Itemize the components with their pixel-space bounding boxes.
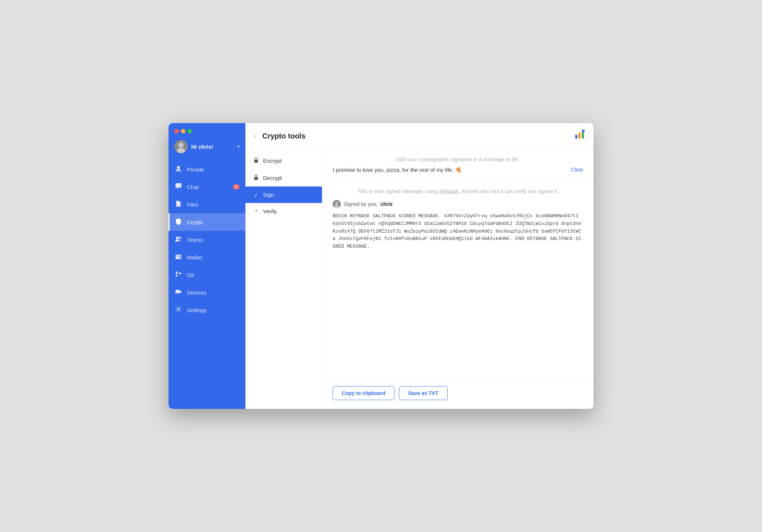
menu-item-verify[interactable]: ? Verify (245, 203, 322, 219)
input-hint: Add your cryptographic signature to a me… (333, 156, 583, 162)
sidebar-label-people: People (187, 166, 204, 173)
avatar (174, 140, 188, 153)
sidebar-item-devices[interactable]: Devices (169, 284, 245, 301)
svg-point-13 (177, 308, 180, 310)
menu-label-sign: Sign (263, 192, 274, 198)
menu-label-verify: Verify (263, 208, 277, 214)
sidebar-item-crypto[interactable]: Crypto (169, 213, 245, 231)
sidebar-item-people[interactable]: People (169, 160, 245, 178)
sign-check-icon: ✓ (253, 192, 259, 198)
svg-point-5 (179, 237, 181, 239)
signed-by-label: Signed by you, (344, 201, 378, 207)
svg-rect-19 (254, 160, 258, 163)
traffic-lights (174, 129, 192, 133)
message-row: I promise to love you, pizza, for the re… (333, 167, 583, 173)
decrypt-icon (253, 174, 259, 181)
verify-icon: ? (253, 208, 259, 214)
svg-rect-16 (582, 131, 584, 138)
svg-rect-12 (180, 291, 181, 293)
sidebar-item-chat[interactable]: Chat 5 (169, 178, 245, 196)
sidebar-label-files: Files (187, 202, 199, 208)
sidebar: Hi chris! ▾ People (169, 123, 245, 409)
encrypt-icon (253, 157, 259, 164)
clear-button[interactable]: Clear (571, 167, 583, 173)
menu-item-sign[interactable]: ✓ Sign (245, 186, 322, 203)
teams-icon (174, 235, 182, 244)
chevron-down-icon: ▾ (237, 144, 240, 149)
sidebar-item-files[interactable]: Files (169, 196, 245, 213)
sidebar-item-git[interactable]: Git (169, 266, 245, 284)
menu-label-decrypt: Decrypt (263, 175, 282, 181)
signer-username: chris (380, 201, 392, 207)
sidebar-label-teams: Teams (187, 237, 203, 243)
svg-rect-20 (254, 177, 258, 180)
active-indicator (169, 213, 170, 231)
signed-by-row: Signed by you, chris (333, 200, 583, 208)
copy-to-clipboard-button[interactable]: Copy to clipboard (333, 386, 395, 400)
sidebar-label-devices: Devices (187, 289, 206, 296)
output-section: This is your signed message, using Saltp… (322, 181, 593, 380)
svg-rect-15 (578, 133, 581, 138)
sidebar-item-wallet[interactable]: Wallet (169, 248, 245, 266)
input-section: Add your cryptographic signature to a me… (322, 149, 593, 181)
back-button[interactable]: ‹ (254, 132, 256, 140)
page-title: Crypto tools (262, 132, 574, 140)
sidebar-label-crypto: Crypto (187, 219, 203, 225)
header-stats-icon[interactable]: i (574, 130, 585, 142)
svg-rect-11 (175, 290, 180, 293)
crypto-icon (174, 218, 182, 226)
signed-by-text: Signed by you, chris (344, 201, 393, 207)
action-buttons: Copy to clipboard Save as TXT (322, 380, 593, 409)
sidebar-item-teams[interactable]: Teams (169, 231, 245, 248)
svg-rect-7 (180, 257, 181, 258)
output-hint-suffix: . Anyone who has it can verify you signe… (459, 188, 558, 194)
chat-icon (174, 182, 182, 191)
git-icon (174, 270, 182, 279)
sidebar-label-wallet: Wallet (187, 254, 202, 261)
settings-icon (174, 306, 182, 314)
menu-item-decrypt[interactable]: Decrypt (245, 169, 322, 186)
wallet-icon (174, 253, 182, 262)
svg-point-22 (335, 202, 338, 205)
chat-badge: 5 (233, 184, 240, 189)
minimize-button[interactable] (181, 129, 185, 133)
crypto-menu: Encrypt Decrypt ✓ Sign ? (245, 149, 322, 409)
devices-icon (174, 288, 182, 297)
main-header: ‹ Crypto tools i (245, 123, 593, 149)
user-greeting: Hi chris! (191, 144, 234, 150)
signer-avatar (333, 200, 341, 208)
files-icon (174, 200, 182, 209)
save-as-txt-button[interactable]: Save as TXT (399, 386, 448, 400)
app-window: Hi chris! ▾ People (169, 123, 593, 409)
sidebar-label-git: Git (187, 272, 194, 278)
sidebar-item-settings[interactable]: Settings (169, 301, 245, 319)
svg-point-3 (177, 166, 180, 169)
svg-rect-14 (575, 135, 577, 138)
svg-point-9 (176, 275, 178, 277)
crypto-body: Encrypt Decrypt ✓ Sign ? (245, 149, 593, 409)
user-menu[interactable]: Hi chris! ▾ (169, 136, 245, 159)
titlebar (169, 123, 245, 136)
maximize-button[interactable] (188, 129, 192, 133)
sidebar-label-settings: Settings (187, 307, 207, 313)
saltpack-output: BEGIN KEYBASE SALTPACK SIGNED MESSAGE. k… (333, 213, 583, 251)
svg-point-1 (178, 143, 184, 148)
nav-items: People Chat 5 F (169, 159, 245, 409)
output-hint-text: This is your signed message, using (358, 188, 439, 194)
people-icon (174, 165, 182, 174)
close-button[interactable] (174, 129, 179, 133)
menu-label-encrypt: Encrypt (263, 158, 282, 164)
sign-content: Add your cryptographic signature to a me… (322, 149, 593, 409)
message-text: I promise to love you, pizza, for the re… (333, 167, 565, 173)
menu-item-encrypt[interactable]: Encrypt (245, 152, 322, 169)
main-content: ‹ Crypto tools i (245, 123, 593, 409)
svg-point-4 (176, 237, 179, 239)
saltpack-link[interactable]: Saltpack (439, 188, 459, 194)
output-hint: This is your signed message, using Saltp… (333, 188, 583, 194)
sidebar-label-chat: Chat (187, 184, 199, 190)
